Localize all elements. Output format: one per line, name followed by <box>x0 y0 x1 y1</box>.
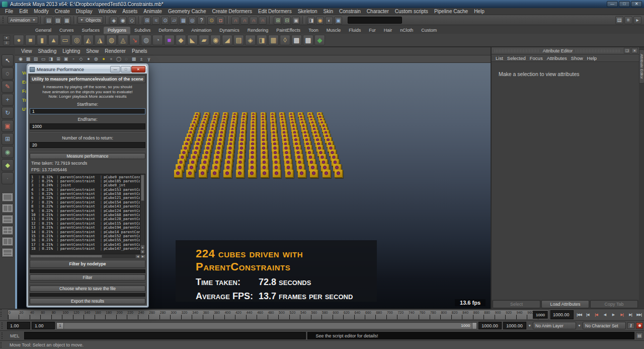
film-gate-icon[interactable]: ▤ <box>32 56 39 62</box>
panel-menu-show[interactable]: Show <box>83 48 102 54</box>
set-key-icon[interactable]: ⚷ <box>627 322 634 329</box>
mirror-icon[interactable]: ◨ <box>257 35 267 45</box>
shelf-tab-toggle-icon[interactable]: ▾ <box>3 35 10 40</box>
scroll-left-icon[interactable]: ◀ <box>135 254 140 258</box>
poly-cylinder-icon[interactable]: ▮ <box>37 35 47 45</box>
split-icon[interactable]: ◢ <box>222 35 232 45</box>
lock-selection-icon[interactable]: ⊙ <box>207 17 215 25</box>
toggle-channel-box-icon[interactable]: ≡ <box>624 16 632 24</box>
menu-character[interactable]: Character <box>364 9 392 14</box>
script-editor-icon[interactable]: ▤ <box>636 332 643 339</box>
input-connections-icon[interactable]: ⊞ <box>274 17 282 25</box>
result-row[interactable]: 15|0.21%|parentConstraint|pCube152_paren… <box>31 234 140 238</box>
result-row[interactable]: 3|0.24%|joint|pCube9_jnt <box>31 183 140 187</box>
quick-select-field[interactable] <box>348 17 402 24</box>
select-tool-icon[interactable]: ↖ <box>2 54 14 66</box>
menu-geometry-cache[interactable]: Geometry Cache <box>165 9 209 14</box>
menu-skin[interactable]: Skin <box>320 9 336 14</box>
shelf-tab-custom[interactable]: Custom <box>417 27 441 34</box>
attr-menu-selected[interactable]: Selected <box>507 55 530 61</box>
shelf-tab-subdivs[interactable]: Subdivs <box>130 27 154 34</box>
auto-keyframe-icon[interactable] <box>636 322 643 329</box>
menu-window[interactable]: Window <box>96 9 120 14</box>
menu-assets[interactable]: Assets <box>119 9 140 14</box>
resolution-gate-icon[interactable]: ▭ <box>40 56 47 62</box>
horizontal-scrollbar[interactable]: ◀ ▶ <box>30 254 145 258</box>
panel-menu-view[interactable]: View <box>18 48 35 54</box>
poly-pyramid-icon[interactable]: ◮ <box>95 35 105 45</box>
shelf-tab-rendering[interactable]: Rendering <box>244 27 273 34</box>
shadows-icon[interactable]: ● <box>108 56 115 62</box>
close-panel-icon[interactable]: ✕ <box>631 48 638 53</box>
save-path-input[interactable] <box>30 293 145 297</box>
poly-sphere-icon[interactable]: ● <box>14 35 24 45</box>
result-row[interactable]: 9|0.22%|parentConstraint|pCube124_parent… <box>31 208 140 213</box>
highlight-selection-icon[interactable]: ◘ <box>216 17 224 25</box>
endframe-input[interactable]: 1000 <box>30 123 145 129</box>
result-row[interactable]: 10|0.21%|parentConstraint|pCube168_paren… <box>31 213 140 217</box>
help-line-grip[interactable] <box>1 342 3 347</box>
smooth-icon[interactable]: ◍ <box>141 35 151 45</box>
use-all-lights-icon[interactable]: ● <box>100 56 107 62</box>
range-bar[interactable]: 1 1000 <box>56 322 477 329</box>
poly-plane-icon[interactable]: ▭ <box>60 35 70 45</box>
result-row[interactable]: 12|0.21%|parentConstraint|pCube115_paren… <box>31 221 140 225</box>
menu-animate[interactable]: Animate <box>140 9 165 14</box>
playback-end-field[interactable]: 1000.00 <box>478 322 502 329</box>
exposure-icon[interactable]: ± <box>138 56 145 62</box>
dialog-titlebar[interactable]: Measure Performance — □ ✕ <box>28 65 147 74</box>
menu-display[interactable]: Display <box>73 9 96 14</box>
menu-skeleton[interactable]: Skeleton <box>295 9 320 14</box>
open-render-view-icon[interactable]: ◨ <box>307 17 315 25</box>
attr-menu-show[interactable]: Show <box>571 55 587 61</box>
panel-menu-renderer[interactable]: Renderer <box>102 48 129 54</box>
play-backwards-icon[interactable]: ◀ <box>601 311 609 319</box>
magnet-point-icon[interactable]: ∩ <box>250 17 258 25</box>
shelf-tab-painteffects[interactable]: PaintEffects <box>272 27 304 34</box>
snap-curve-icon[interactable]: ≈ <box>152 17 160 25</box>
select-object-icon[interactable]: ◉ <box>119 17 127 25</box>
crease-icon[interactable]: ◊ <box>280 35 290 45</box>
textured-icon[interactable]: ◍ <box>93 56 100 62</box>
export-results-button[interactable]: Export the results <box>30 298 145 304</box>
poly-cube-icon[interactable]: ■ <box>25 35 36 45</box>
result-row[interactable]: 6|0.22%|parentConstraint|pCube121_parent… <box>31 195 140 199</box>
menu-edit[interactable]: Edit <box>16 9 31 14</box>
shelf-tab-polygons[interactable]: Polygons <box>104 27 130 34</box>
layout-outliner-button[interactable] <box>2 237 14 246</box>
step-back-key-icon[interactable]: |◀ <box>584 311 592 319</box>
filter-button[interactable]: Filter <box>30 274 145 281</box>
poly-torus-icon[interactable]: ◎ <box>71 35 82 45</box>
result-row[interactable]: 8|0.22%|parentConstraint|pCube143_parent… <box>31 204 140 208</box>
float-panel-icon[interactable]: ❏ <box>624 48 630 53</box>
bevel-icon[interactable]: ◣ <box>187 35 198 45</box>
layout-stacked-button[interactable] <box>2 215 14 224</box>
mel-input[interactable] <box>24 332 306 339</box>
attr-menu-help[interactable]: Help <box>587 55 601 61</box>
go-to-start-icon[interactable]: |◀◀ <box>575 311 583 319</box>
step-forward-key-icon[interactable]: ▶| <box>626 311 634 319</box>
open-scene-icon[interactable]: ▨ <box>54 17 62 25</box>
shelf-tab-fluids[interactable]: Fluids <box>345 27 365 34</box>
attr-menu-attributes[interactable]: Attributes <box>547 55 571 61</box>
menu-custom-scripts[interactable]: Custom scripts <box>392 9 431 14</box>
move-tool-icon[interactable]: + <box>2 94 14 106</box>
step-back-frame-icon[interactable]: |◀ <box>592 311 600 319</box>
dialog-maximize-icon[interactable]: □ <box>121 66 131 73</box>
vertical-scrollbar[interactable]: ▲ ▼ <box>140 174 145 254</box>
selection-mode-dropdown[interactable]: ▼ Objects <box>77 16 103 24</box>
scrollbar-thumb[interactable] <box>30 255 102 258</box>
shelf-tab-fur[interactable]: Fur <box>365 27 380 34</box>
panel-menu-shading[interactable]: Shading <box>35 48 60 54</box>
load-attributes-button[interactable]: Load Attributes <box>541 300 589 308</box>
menu-set-dropdown[interactable]: Animation ▼ <box>8 16 38 24</box>
attribute-editor-header[interactable]: Attribute Editor ❏ ✕ <box>492 47 639 54</box>
select-button[interactable]: Select <box>493 300 540 308</box>
select-camera-icon[interactable]: ◉ <box>17 56 24 62</box>
boolean-icon[interactable]: ◈ <box>245 35 256 45</box>
render-current-frame-icon[interactable]: ◉ <box>316 17 324 25</box>
menu-help[interactable]: Help <box>471 9 488 14</box>
magnet-plane-icon[interactable]: ∩ <box>259 17 267 25</box>
layout-two-pane-button[interactable] <box>2 203 14 213</box>
attr-menu-focus[interactable]: Focus <box>530 55 547 61</box>
